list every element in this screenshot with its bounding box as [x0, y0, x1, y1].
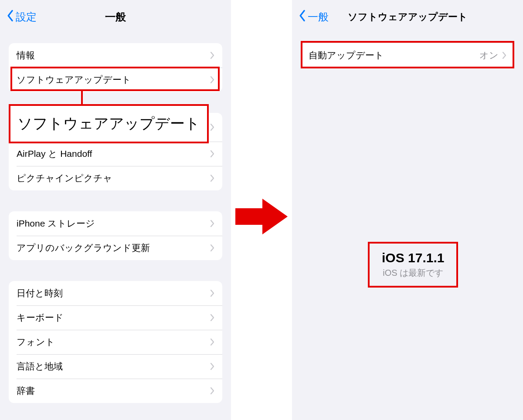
row-background-refresh[interactable]: アプリのバックグラウンド更新	[9, 236, 222, 260]
row-dictionary[interactable]: 辞書	[9, 379, 222, 403]
row-about[interactable]: 情報	[9, 43, 222, 68]
chevron-right-icon	[210, 289, 214, 297]
highlight-connector	[81, 91, 83, 104]
row-language-region[interactable]: 言語と地域	[9, 354, 222, 379]
group-1: 情報 ソフトウェアアップデート	[9, 43, 222, 92]
back-button[interactable]: 設定	[6, 10, 37, 24]
group-3: iPhone ストレージ アプリのバックグラウンド更新	[9, 211, 222, 260]
nav-title: ソフトウェアアップデート	[348, 10, 468, 24]
row-keyboard[interactable]: キーボード	[9, 305, 222, 330]
row-airplay-handoff[interactable]: AirPlay と Handoff	[9, 142, 222, 166]
row-label: 辞書	[17, 385, 35, 397]
chevron-right-icon	[210, 387, 214, 395]
highlight-status-box: iOS 17.1.1 iOS は最新です	[368, 242, 458, 288]
chevron-right-icon	[210, 123, 214, 131]
nav-bar: 設定 一般	[0, 0, 231, 34]
row-auto-update[interactable]: 自動アップデート オン	[301, 43, 514, 68]
chevron-right-icon	[210, 244, 214, 252]
row-label: iPhone ストレージ	[17, 217, 95, 230]
nav-title: 一般	[105, 10, 126, 24]
ios-status-message: iOS は最新です	[382, 267, 444, 279]
row-iphone-storage[interactable]: iPhone ストレージ	[9, 211, 222, 236]
row-label: 日付と時刻	[17, 287, 63, 299]
row-datetime[interactable]: 日付と時刻	[9, 281, 222, 305]
row-label: アプリのバックグラウンド更新	[17, 242, 150, 254]
chevron-right-icon	[210, 314, 214, 322]
row-software-update[interactable]: ソフトウェアアップデート	[9, 68, 222, 92]
back-button[interactable]: 一般	[298, 10, 329, 24]
row-font[interactable]: フォント	[9, 330, 222, 354]
back-label: 一般	[308, 10, 329, 24]
row-label: 自動アップデート	[309, 49, 384, 61]
right-screen: 一般 ソフトウェアアップデート 自動アップデート オン iOS 17.1.1 i…	[292, 0, 523, 420]
chevron-right-icon	[210, 174, 214, 182]
row-label: フォント	[17, 336, 55, 348]
row-picture-in-picture[interactable]: ピクチャインピクチャ	[9, 166, 222, 190]
chevron-left-icon	[6, 10, 16, 24]
row-value: オン	[479, 49, 499, 61]
chevron-right-icon	[210, 76, 214, 84]
row-label: ソフトウェアアップデート	[17, 74, 131, 86]
arrow-icon	[235, 197, 288, 236]
row-label: AirPlay と Handoff	[17, 148, 92, 160]
row-label: キーボード	[17, 312, 64, 324]
svg-marker-0	[235, 199, 288, 234]
group-auto-update: 自動アップデート オン	[301, 43, 514, 68]
back-label: 設定	[16, 10, 37, 24]
chevron-right-icon	[210, 150, 214, 158]
highlight-callout: ソフトウェアアップデート	[9, 104, 209, 143]
callout-text: ソフトウェアアップデート	[17, 115, 200, 132]
left-screen: 設定 一般 情報 ソフトウェアアップデート AirPlay と Handoff	[0, 0, 231, 420]
chevron-right-icon	[502, 51, 506, 59]
row-label: ピクチャインピクチャ	[17, 172, 112, 184]
chevron-right-icon	[210, 338, 214, 346]
chevron-right-icon	[210, 220, 214, 227]
chevron-right-icon	[210, 51, 214, 59]
chevron-right-icon	[210, 362, 214, 370]
ios-version: iOS 17.1.1	[382, 251, 444, 265]
nav-bar: 一般 ソフトウェアアップデート	[292, 0, 523, 34]
row-label: 情報	[17, 49, 35, 61]
row-label: 言語と地域	[17, 360, 63, 373]
group-4: 日付と時刻 キーボード フォント 言語と地域 辞書	[9, 281, 222, 403]
chevron-left-icon	[298, 10, 308, 24]
